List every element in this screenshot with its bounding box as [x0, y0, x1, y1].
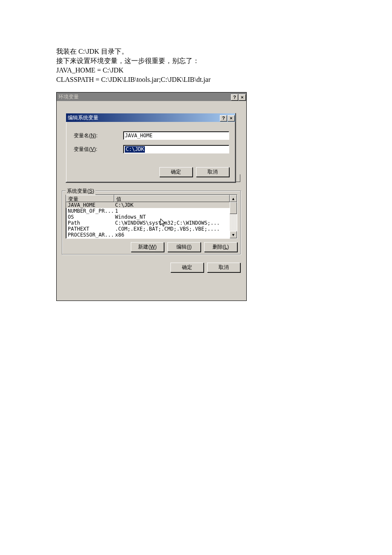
- table-row[interactable]: NUMBER_OF_PR...1: [66, 208, 230, 214]
- dialog-buttons: 确定 取消: [57, 259, 246, 278]
- table-row[interactable]: PROCESSOR_AR...x86: [66, 232, 230, 238]
- close-button[interactable]: ×: [239, 94, 246, 101]
- table-row[interactable]: OSWindows_NT: [66, 214, 230, 220]
- sys-edit-button[interactable]: 编辑(I): [167, 242, 201, 252]
- intro-line-4: CLASSPATH = C:\JDK\LIB\tools.jar;C:\JDK\…: [56, 75, 392, 84]
- titlebar-edit-var[interactable]: 编辑系统变量 ? ×: [66, 113, 235, 122]
- table-row[interactable]: PathC:\WINDOWS\system32;C:\WINDOWS;...: [66, 220, 230, 226]
- scroll-track[interactable]: [230, 202, 237, 231]
- titlebar-env-vars[interactable]: 环境变量 ? ×: [57, 92, 246, 101]
- scroll-up-icon[interactable]: ▲: [230, 195, 237, 202]
- edit-cancel-button[interactable]: 取消: [196, 167, 229, 177]
- var-value-label: 变量值(V):: [72, 146, 123, 153]
- intro-line-3: JAVA_HOME = C:\JDK: [56, 66, 392, 75]
- system-vars-buttons: 新建(W) 编辑(I) 删除(L): [66, 239, 237, 253]
- var-name-input[interactable]: [123, 131, 229, 140]
- sys-delete-button[interactable]: 删除(L): [204, 242, 237, 252]
- col-header-value[interactable]: 值: [114, 195, 230, 202]
- scroll-thumb[interactable]: [230, 202, 237, 214]
- edit-ok-button[interactable]: 确定: [159, 167, 193, 177]
- var-name-label: 变量名(N):: [72, 132, 123, 139]
- edit-titlebar-title: 编辑系统变量: [68, 114, 98, 121]
- edit-close-button[interactable]: ×: [228, 115, 235, 121]
- main-ok-button[interactable]: 确定: [170, 263, 204, 272]
- table-row[interactable]: PATHEXT.COM;.EXE;.BAT;.CMD;.VBS;.VBE;...…: [66, 226, 230, 232]
- var-value-input[interactable]: C:\JDK: [123, 145, 229, 153]
- help-button[interactable]: ?: [231, 94, 238, 101]
- system-variables-list[interactable]: 变量 值 JAVA_HOMEC:\JDK NUMBER_OF_PR...1 OS…: [66, 194, 237, 239]
- sys-new-button[interactable]: 新建(W): [131, 242, 164, 252]
- edit-help-button[interactable]: ?: [220, 115, 227, 121]
- titlebar-title: 环境变量: [58, 93, 79, 101]
- document-intro-text: 我装在 C:\JDK 目录下。 接下来设置环境变量，这一步很重要，别忘了： JA…: [0, 0, 392, 84]
- edit-system-variable-dialog: 编辑系统变量 ? × 变量名(N): 变量值(V): C:\JDK 确定 取消: [66, 113, 236, 183]
- list-scrollbar[interactable]: ▲ ▼: [230, 195, 237, 238]
- list-header[interactable]: 变量 值: [66, 195, 230, 202]
- intro-line-1: 我装在 C:\JDK 目录下。: [56, 47, 392, 56]
- col-header-variable[interactable]: 变量: [66, 195, 114, 202]
- system-variables-legend: 系统变量(S): [66, 188, 95, 195]
- system-variables-group: 系统变量(S) 变量 值 JAVA_HOMEC:\JDK NUMBER_OF_P…: [62, 191, 241, 255]
- main-cancel-button[interactable]: 取消: [207, 263, 240, 272]
- intro-line-2: 接下来设置环境变量，这一步很重要，别忘了：: [56, 56, 392, 66]
- scroll-down-icon[interactable]: ▼: [230, 231, 237, 238]
- table-row[interactable]: JAVA_HOMEC:\JDK: [66, 202, 230, 208]
